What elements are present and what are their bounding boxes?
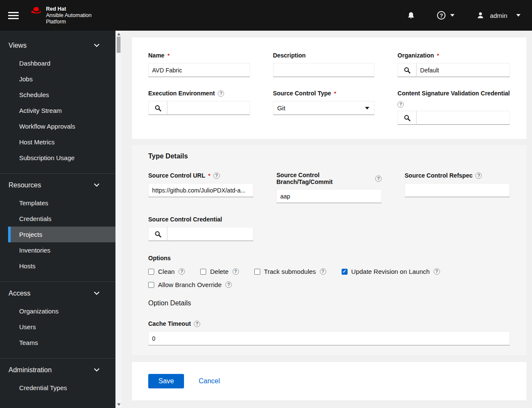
sidebar-scrollbar[interactable] xyxy=(115,31,121,408)
content-signature-credential-input[interactable] xyxy=(417,111,510,125)
execution-environment-field: Execution Environment xyxy=(148,89,250,115)
help-icon[interactable] xyxy=(475,172,482,179)
sidebar-group-administration[interactable]: Administration xyxy=(0,365,115,376)
options-group-label: Options xyxy=(148,255,510,261)
allow-branch-override-checkbox[interactable] xyxy=(148,282,154,288)
sidebar-section-administration: Administration Credential Types xyxy=(0,358,115,403)
sidebar-item-credential-types[interactable]: Credential Types xyxy=(8,380,115,396)
help-icon[interactable] xyxy=(233,268,239,275)
help-icon[interactable] xyxy=(397,101,404,108)
source-control-credential-search-button[interactable] xyxy=(148,227,167,241)
track-submodules-option[interactable]: Track submodules xyxy=(254,268,326,275)
content-signature-credential-search-button[interactable] xyxy=(397,111,417,125)
sidebar-item-workflow-approvals[interactable]: Workflow Approvals xyxy=(8,118,115,134)
source-control-url-field: Source Control URL * xyxy=(148,172,253,197)
description-label: Description xyxy=(273,52,306,59)
chevron-down-icon xyxy=(94,368,99,372)
execution-environment-input[interactable] xyxy=(167,101,250,115)
help-icon[interactable] xyxy=(320,268,326,275)
delete-checkbox[interactable] xyxy=(200,269,206,275)
sidebar-item-users[interactable]: Users xyxy=(8,319,115,335)
sidebar-item-templates[interactable]: Templates xyxy=(8,195,115,211)
sidebar-item-schedules[interactable]: Schedules xyxy=(8,87,115,103)
source-control-type-field: Source Control Type * Git xyxy=(273,89,375,115)
help-icon[interactable] xyxy=(178,268,185,275)
search-icon xyxy=(155,231,161,238)
cache-timeout-label: Cache Timeout xyxy=(148,320,191,327)
notifications-button[interactable] xyxy=(407,11,415,20)
name-input[interactable] xyxy=(148,63,250,77)
sidebar-item-subscription-usage[interactable]: Subscription Usage xyxy=(8,150,115,166)
execution-environment-search-button[interactable] xyxy=(148,101,167,115)
source-control-credential-field: Source Control Credential xyxy=(148,215,253,241)
sidebar-item-projects[interactable]: Projects xyxy=(8,227,115,242)
sidebar-item-credentials[interactable]: Credentials xyxy=(8,211,115,227)
source-control-url-label: Source Control URL xyxy=(148,172,205,179)
sidebar-group-access[interactable]: Access xyxy=(0,288,115,299)
sidebar-group-views[interactable]: Views xyxy=(0,40,115,51)
scrollbar-down-arrow[interactable] xyxy=(117,403,121,406)
nav-toggle-button[interactable] xyxy=(8,12,19,19)
options-row-1: Clean Delete Track submodules Update Rev… xyxy=(148,268,510,275)
help-icon[interactable] xyxy=(218,90,224,97)
sidebar-item-activity-stream[interactable]: Activity Stream xyxy=(8,103,115,118)
search-icon xyxy=(404,115,411,121)
user-menu-button[interactable]: admin xyxy=(477,11,520,19)
source-control-type-select[interactable]: Git xyxy=(273,101,375,115)
track-submodules-checkbox[interactable] xyxy=(254,269,260,275)
scrollbar-thumb[interactable] xyxy=(117,37,121,53)
source-control-type-label: Source Control Type xyxy=(273,90,331,97)
top-navbar: Red Hat Ansible Automation Platform admi… xyxy=(0,0,532,31)
save-button[interactable]: Save xyxy=(148,374,184,388)
organization-search-button[interactable] xyxy=(397,63,417,77)
type-details-title: Type Details xyxy=(148,152,510,160)
search-icon xyxy=(404,67,411,74)
help-icon[interactable] xyxy=(194,321,200,327)
source-control-branch-input[interactable] xyxy=(276,189,382,203)
source-control-refspec-input[interactable] xyxy=(405,183,510,197)
chevron-down-icon xyxy=(94,292,99,295)
help-menu-button[interactable] xyxy=(437,11,454,20)
sidebar-item-host-metrics[interactable]: Host Metrics xyxy=(8,134,115,150)
sidebar-item-dashboard[interactable]: Dashboard xyxy=(8,55,115,71)
source-control-url-input[interactable] xyxy=(148,183,253,197)
source-control-credential-input[interactable] xyxy=(167,227,253,241)
sidebar-group-label: Views xyxy=(9,42,26,49)
clean-option[interactable]: Clean xyxy=(148,268,185,275)
sidebar-item-inventories[interactable]: Inventories xyxy=(8,242,115,258)
required-asterisk: * xyxy=(167,52,170,59)
help-icon[interactable] xyxy=(213,172,220,179)
cache-timeout-input[interactable] xyxy=(148,331,510,345)
brand-line-1: Red Hat xyxy=(46,6,92,12)
required-asterisk: * xyxy=(437,52,439,59)
update-revision-checkbox[interactable] xyxy=(342,269,348,275)
caret-down-icon xyxy=(516,14,520,17)
sidebar-group-label: Administration xyxy=(9,366,52,374)
help-icon[interactable] xyxy=(225,282,232,288)
clean-checkbox[interactable] xyxy=(148,269,154,275)
sidebar-section-views: Views Dashboard Jobs Schedules Activity … xyxy=(0,31,115,173)
scrollbar-up-arrow[interactable] xyxy=(117,33,121,35)
update-revision-on-launch-option[interactable]: Update Revision on Launch xyxy=(342,268,440,275)
organization-input[interactable] xyxy=(417,63,510,77)
track-submodules-label: Track submodules xyxy=(264,268,316,275)
caret-down-icon xyxy=(365,107,369,109)
sidebar-item-jobs[interactable]: Jobs xyxy=(8,71,115,87)
sidebar-group-resources[interactable]: Resources xyxy=(0,180,115,191)
help-icon[interactable] xyxy=(434,268,440,275)
sidebar-section-resources: Resources Templates Credentials Projects… xyxy=(0,173,115,282)
question-circle-icon xyxy=(437,11,446,20)
project-form-card: Name * Description Organization * xyxy=(132,37,526,139)
allow-branch-override-option[interactable]: Allow Branch Override xyxy=(148,281,232,288)
brand-logo[interactable]: Red Hat Ansible Automation Platform xyxy=(30,6,92,25)
source-control-branch-field: Source Control Branch/Tag/Commit xyxy=(276,172,382,203)
sidebar-item-hosts[interactable]: Hosts xyxy=(8,258,115,274)
description-input[interactable] xyxy=(273,63,375,77)
sidebar-item-organizations[interactable]: Organizations xyxy=(8,303,115,319)
cancel-button[interactable]: Cancel xyxy=(198,377,220,385)
brand-line-3: Platform xyxy=(46,19,92,25)
clean-label: Clean xyxy=(158,268,175,275)
sidebar-item-teams[interactable]: Teams xyxy=(8,335,115,351)
delete-option[interactable]: Delete xyxy=(200,268,239,275)
help-icon[interactable] xyxy=(375,175,382,182)
